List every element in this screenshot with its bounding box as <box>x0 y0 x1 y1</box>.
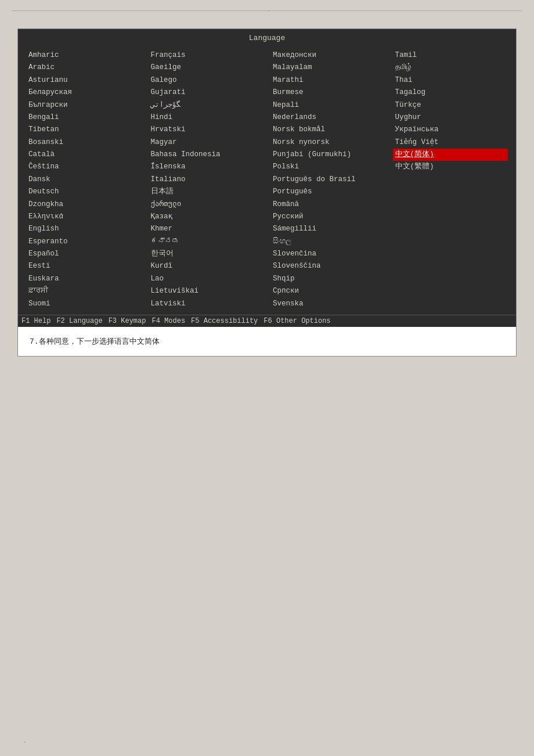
note-area: 7.各种同意，下一步选择语言中文简体 <box>18 327 516 356</box>
status-label: Help <box>34 317 51 325</box>
language-item[interactable]: Hrvatski <box>149 124 264 136</box>
language-item[interactable]: Tiếng Việt <box>393 136 508 149</box>
language-item[interactable]: Tagalog <box>393 87 508 99</box>
language-item[interactable]: Arabic <box>26 62 142 74</box>
language-item[interactable]: Sámegillii <box>270 223 386 235</box>
language-item[interactable]: Svenska <box>270 298 386 310</box>
status-label: Language <box>69 317 103 325</box>
language-item[interactable]: Latviski <box>149 298 264 310</box>
language-item[interactable]: Français <box>149 49 264 62</box>
language-item[interactable]: English <box>26 223 142 235</box>
status-label: Keymap <box>121 317 146 325</box>
language-item[interactable]: 한국어 <box>149 248 264 260</box>
language-item[interactable]: Português <box>270 186 386 198</box>
status-key: F3 <box>109 317 117 325</box>
language-item[interactable]: Khmer <box>149 223 264 235</box>
language-item[interactable]: Čeština <box>26 161 142 173</box>
language-item[interactable]: Shqip <box>270 273 386 285</box>
language-item[interactable]: Українська <box>393 124 508 136</box>
language-item[interactable]: Íslenska <box>149 161 264 173</box>
language-item[interactable]: Български <box>26 99 142 111</box>
language-item[interactable]: Ελληνικά <box>26 211 142 223</box>
language-item[interactable]: Dzongkha <box>26 199 142 211</box>
language-item[interactable]: Norsk nynorsk <box>270 136 386 149</box>
language-item[interactable]: Tibetan <box>26 124 142 136</box>
status-bar-item[interactable]: F3 Keymap <box>109 317 146 325</box>
language-item[interactable]: Română <box>270 199 386 211</box>
language-item[interactable]: 中文(简体) <box>393 149 508 161</box>
language-item[interactable]: Português do Brasil <box>270 174 386 186</box>
language-item[interactable]: Nepali <box>270 99 386 111</box>
status-label: Modes <box>164 317 185 325</box>
language-item[interactable]: Uyghur <box>393 111 508 124</box>
language-item[interactable]: Català <box>26 149 142 161</box>
language-item[interactable]: Bosanski <box>26 136 142 149</box>
language-item[interactable]: Kurdî <box>149 260 264 272</box>
language-grid: AmharicArabicAsturianuБеларускаяБългарск… <box>23 49 511 310</box>
status-key: F4 <box>151 317 160 325</box>
language-item[interactable]: Euskara <box>26 273 142 285</box>
language-item[interactable]: Lietuviškai <box>149 285 264 297</box>
language-item[interactable]: Türkçe <box>393 99 508 111</box>
language-item[interactable]: Tamil <box>393 49 508 62</box>
language-panel: Language AmharicArabicAsturianuБеларуска… <box>18 29 516 315</box>
status-key: F2 <box>56 317 64 325</box>
main-container: Language AmharicArabicAsturianuБеларуска… <box>17 28 517 357</box>
language-item[interactable]: 中文(繁體) <box>393 161 508 173</box>
language-column-3: МакедонскиMalayalamMarathiBurmeseNepaliN… <box>267 49 389 310</box>
language-item[interactable]: Suomi <box>26 298 142 310</box>
language-column-2: FrançaisGaeilgeGalegoGujaratiﮕﯗﺟﺮﺍﺗﻲHind… <box>145 49 268 310</box>
language-item[interactable]: ქართული <box>149 199 264 211</box>
language-item[interactable]: Esperanto <box>26 236 142 248</box>
language-item[interactable]: Nederlands <box>270 111 386 124</box>
language-item[interactable]: Eesti <box>26 260 142 272</box>
language-item[interactable]: Burmese <box>270 87 386 99</box>
language-item[interactable]: 日本語 <box>149 186 264 198</box>
language-item[interactable]: Slovenščina <box>270 260 386 272</box>
language-item[interactable]: Bahasa Indonesia <box>149 149 264 161</box>
language-item[interactable]: Español <box>26 248 142 260</box>
language-item[interactable]: ಕನ್ನಡ <box>149 236 264 248</box>
language-item[interactable]: Thai <box>393 74 508 87</box>
language-item[interactable]: ਫ਼ਾਰਸੀ <box>26 285 142 297</box>
language-item[interactable]: Қазақ <box>149 211 264 223</box>
language-item[interactable]: Lao <box>149 273 264 285</box>
language-item[interactable]: Polski <box>270 161 386 173</box>
language-item[interactable]: Punjabi (Gurmukhi) <box>270 149 386 161</box>
language-item[interactable]: Gujarati <box>149 87 264 99</box>
language-item[interactable]: ﮕﯗﺟﺮﺍﺗﻲ <box>149 99 264 111</box>
language-item[interactable]: සිංහල <box>270 236 386 248</box>
top-dot: . <box>267 7 270 13</box>
language-item[interactable]: Hindi <box>149 111 264 124</box>
language-item[interactable]: Marathi <box>270 74 386 87</box>
note-text: 7.各种同意，下一步选择语言中文简体 <box>30 337 160 346</box>
language-title: Language <box>23 34 511 45</box>
language-item[interactable]: Српски <box>270 285 386 297</box>
language-item[interactable]: Dansk <box>26 174 142 186</box>
language-item[interactable]: Magyar <box>149 136 264 149</box>
bottom-dot: . <box>23 738 27 744</box>
language-item[interactable]: Asturianu <box>26 74 142 87</box>
language-column-4: Tamilதமிழ்ThaiTagalogTürkçeUyghurУкраїнс… <box>389 49 512 310</box>
language-item[interactable]: Malayalam <box>270 62 386 74</box>
language-item[interactable]: Galego <box>149 74 264 87</box>
language-item[interactable]: Беларуская <box>26 87 142 99</box>
status-key: F5 <box>191 317 199 325</box>
language-item[interactable]: Gaeilge <box>149 62 264 74</box>
language-item[interactable]: Русский <box>270 211 386 223</box>
status-bar-item[interactable]: F4 Modes <box>151 317 185 325</box>
language-item[interactable]: தமிழ் <box>393 62 508 74</box>
language-item[interactable]: Bengali <box>26 111 142 124</box>
language-item[interactable]: Amharic <box>26 49 142 62</box>
status-bar-item[interactable]: F5 Accessibility <box>191 317 258 325</box>
language-item[interactable]: Italiano <box>149 174 264 186</box>
language-item[interactable]: Slovenčina <box>270 248 386 260</box>
status-key: F1 <box>21 317 30 325</box>
status-label: Other Options <box>276 317 331 325</box>
language-item[interactable]: Deutsch <box>26 186 142 198</box>
language-item[interactable]: Norsk bokmål <box>270 124 386 136</box>
status-bar-item[interactable]: F2 Language <box>56 317 102 325</box>
status-bar-item[interactable]: F1 Help <box>21 317 50 325</box>
language-item[interactable]: Македонски <box>270 49 386 62</box>
status-bar-item[interactable]: F6 Other Options <box>264 317 330 325</box>
